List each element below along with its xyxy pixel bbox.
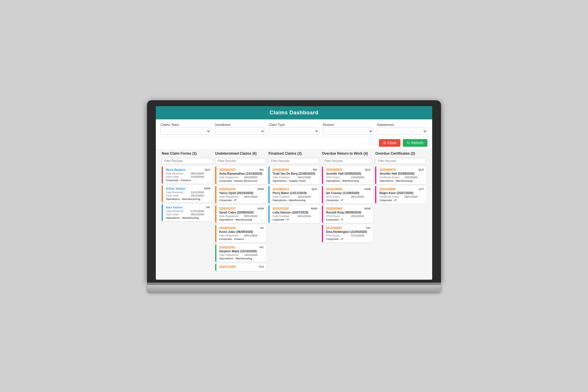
list-item[interactable]: 2020600956WATodd Van De Berg (21/06/2020… [268, 166, 320, 184]
column-header-overdue-rtw: Overdue Return to Work (4) [322, 151, 373, 156]
card-row-label: Date Received [166, 210, 191, 213]
list-item[interactable]: 2020701059TAS [215, 263, 266, 271]
card-top-row: 2020701059TAS [219, 265, 264, 268]
card-state: NSW [258, 207, 264, 210]
card-row-label: Injury Date [166, 194, 191, 197]
card-dept: Corporate - IT [326, 238, 371, 241]
card-person: Dina Reddington (21/04/2020) [326, 230, 371, 233]
card-dept: Operations - Warehousing [166, 216, 211, 219]
card-id[interactable]: 2020400978 [379, 168, 396, 171]
card-dept: Operations - Warehousing [219, 257, 264, 260]
list-item[interactable]: 2020301051VICStephen Waite (15/10/2020)D… [215, 244, 266, 262]
laptop-wrapper: Claims Dashboard Claims Team Jurisdictio… [147, 100, 441, 292]
card-state: NSW [364, 207, 370, 210]
refresh-button[interactable]: ↻ Refresh [403, 139, 427, 147]
card-data-row: Date Finalised24/11/2020 [273, 176, 317, 179]
close-icon: ⊘ [383, 141, 386, 145]
card-id[interactable]: 2020100993 [379, 188, 396, 191]
list-item[interactable]: 2020501046SAKevin Jukic (06/09/2020)Date… [215, 225, 266, 242]
card-dept: Corporate - Finance [219, 238, 264, 241]
card-id[interactable]: 2020501046 [219, 226, 236, 230]
card-person: Asha Ramanathan (14/10/2020) [219, 172, 264, 175]
card-row-label: RTW Expiry [326, 195, 351, 198]
card-top-row: 2020200945NSW [326, 188, 371, 191]
card-top-row: 2019402013QLD [273, 188, 317, 191]
card-id[interactable]: 2020701059 [219, 265, 236, 268]
card-data-row: Date Received17/11/2020 [166, 210, 211, 213]
filter-input-overdue-rtw[interactable] [322, 158, 373, 164]
list-item[interactable]: Marie BaldwinQLDDate Received09/11/2020I… [162, 166, 213, 184]
card-row-value: 24/11/2020 [298, 176, 311, 179]
card-state: QLD [312, 188, 317, 191]
card-row-value: 26/11/2020 [298, 215, 311, 218]
list-item[interactable]: 2020400978QLDJennifer Hall (03/09/2020)C… [375, 166, 426, 184]
card-person: Jennifer Hall (03/09/2020) [379, 172, 424, 175]
list-item[interactable]: 2020400978QLDJennifer Hall (03/09/2020)R… [322, 166, 373, 184]
card-row-value: 27/11/2020 [351, 234, 364, 237]
list-item[interactable]: Alex FarmerVICDate Received17/11/2020Inj… [162, 204, 213, 221]
list-item[interactable]: 2020201035NSWYancy Opell (20/10/2020)Dat… [215, 186, 266, 203]
card-id[interactable]: 2020400978 [326, 168, 343, 171]
list-item[interactable]: 2019300897VICDina Reddington (21/04/2020… [322, 225, 373, 242]
close-button[interactable]: ⊘ Close [379, 139, 400, 147]
laptop-bezel: Claims Dashboard Claims Team Jurisdictio… [147, 100, 441, 283]
list-item[interactable]: 2020100993ACTRoger Keen (25/07/2020)Cert… [375, 186, 426, 203]
card-id[interactable]: 2019300897 [326, 226, 343, 230]
card-state: NSW [204, 187, 211, 190]
card-dept: Coporate - IT [273, 218, 317, 221]
claims-team-select[interactable] [161, 128, 211, 135]
filter-input-new-claim-forms[interactable] [162, 158, 213, 164]
card-state: ACT [418, 188, 424, 191]
card-data-row: RTW Expiry27/11/2020 [326, 234, 371, 237]
card-row-value: 17/11/2020 [191, 210, 204, 213]
refresh-label: Refresh [411, 141, 423, 145]
card-id[interactable]: 2020200945 [326, 188, 343, 191]
card-row-value: 12/11/2020 [191, 191, 204, 194]
card-row-value: 20/11/2020 [404, 195, 417, 198]
filter-input-undetermined-claims[interactable] [215, 158, 266, 164]
card-id[interactable]: 2019402013 [273, 188, 289, 191]
card-top-row: 2019201920NSW [273, 207, 317, 210]
card-person: Perry Baker (13/11/2019) [273, 191, 317, 195]
list-item[interactable]: 2020200963NSWRussell King (30/08/2020)RT… [322, 205, 373, 223]
claim-type-select[interactable] [269, 128, 319, 135]
card-id[interactable]: 2020200963 [326, 207, 343, 210]
filter-input-overdue-certs[interactable] [375, 158, 426, 164]
card-state: QLD [418, 168, 424, 171]
division-select[interactable] [323, 128, 373, 135]
list-item[interactable]: Arthur HoldenNSWDate Received12/11/2020I… [162, 185, 213, 202]
card-id[interactable]: 2020201037 [219, 207, 236, 210]
list-item[interactable]: 2020201037NSWSarah Calvo (20/08/2020)Dat… [215, 205, 266, 223]
filter-input-finalised-claims[interactable] [268, 158, 320, 164]
card-person: Russell King (30/08/2020) [326, 211, 371, 214]
list-item[interactable]: 2020601023WAAsha Ramanathan (14/10/2020)… [215, 166, 266, 184]
card-row-label: Date Registered [219, 195, 244, 198]
department-select[interactable] [377, 128, 427, 135]
list-item[interactable]: 2019201920NSWLidia Hansen (16/07/2019)Da… [268, 205, 320, 223]
card-row-label: RTW Expiry [326, 176, 351, 179]
card-id[interactable]: Arthur Holden [166, 187, 186, 190]
card-state: NSW [258, 188, 264, 191]
dashboard-title: Claims Dashboard [270, 110, 318, 116]
card-dept: Corporate - Human Resources [219, 179, 264, 182]
card-dept: Operations - Manufacturing [166, 198, 211, 201]
division-filter: Division [323, 123, 373, 135]
card-top-row: 2020200963NSW [326, 207, 371, 210]
jurisdiction-filter: Jurisdiction [215, 123, 265, 135]
card-id[interactable]: 2019201920 [273, 207, 289, 210]
card-id[interactable]: Alex Farmer [166, 206, 183, 209]
list-item[interactable]: 2019402013QLDPerry Baker (13/11/2019)Dat… [268, 186, 320, 203]
list-item[interactable]: 2020200945NSWIan Cooney (11/08/2020)RTW … [322, 186, 373, 203]
jurisdiction-select[interactable] [215, 128, 265, 135]
card-dept: Operations - Warehousing [219, 218, 264, 221]
card-id[interactable]: 2020201035 [219, 188, 236, 191]
card-id[interactable]: 2020601023 [219, 168, 236, 171]
card-top-row: Alex FarmerVIC [166, 206, 211, 209]
card-data-row: Date Received09/11/2020 [166, 172, 211, 175]
card-id[interactable]: 2020600956 [273, 168, 289, 171]
card-id[interactable]: 2020301051 [219, 246, 236, 249]
card-row-value: 24/11/2020 [298, 195, 311, 198]
card-top-row: Arthur HoldenNSW [166, 187, 211, 190]
card-id[interactable]: Marie Baldwin [166, 168, 186, 171]
card-row-label: Date Received [166, 172, 191, 175]
